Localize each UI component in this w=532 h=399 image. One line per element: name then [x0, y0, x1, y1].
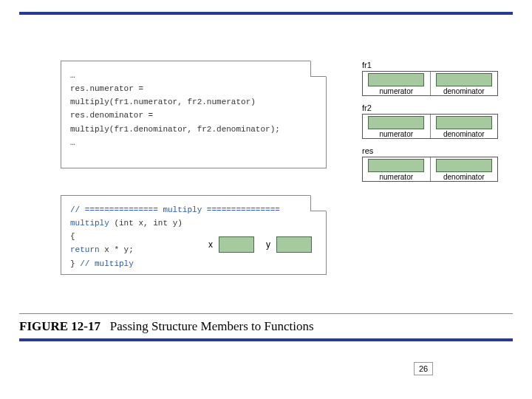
field-label: denominator [443, 173, 485, 181]
code-line: … [70, 136, 317, 149]
var-label: y [266, 239, 270, 250]
code-keyword: multiply [163, 205, 202, 214]
code-line: multiply (int x, int y) [70, 216, 317, 230]
code-line: res.numerator = [70, 82, 317, 95]
var-y: y [266, 236, 312, 253]
field-box [436, 159, 492, 172]
struct-label: fr2 [362, 103, 498, 112]
code-line: … [70, 69, 317, 82]
code-line: multiply(fr1.denominator, fr2.denominato… [70, 123, 317, 136]
code-text: } [70, 259, 80, 268]
struct-label: res [362, 146, 498, 155]
field-box [436, 116, 492, 129]
struct-label: fr1 [362, 61, 498, 69]
figure-title: Passing Structure Members to Functions [110, 319, 314, 333]
page-number: 26 [414, 362, 433, 375]
field-box [368, 159, 424, 172]
struct-cell: numerator [363, 115, 431, 138]
field-label: numerator [379, 87, 413, 95]
field-label: numerator [379, 130, 413, 138]
field-label: numerator [379, 173, 413, 181]
code-line: } // multiply [70, 257, 317, 270]
field-box [368, 116, 424, 129]
struct-res: res numerator denominator [362, 146, 498, 182]
code-keyword: return [70, 245, 100, 254]
var-x: x [208, 236, 254, 253]
rule-thin [19, 313, 513, 314]
figure-caption: FIGURE 12-17 Passing Structure Members t… [19, 319, 314, 334]
code-line: res.denominator = [70, 109, 317, 122]
struct-row: numerator denominator [362, 114, 498, 139]
struct-cell: denominator [431, 115, 498, 138]
field-label: denominator [443, 130, 485, 138]
struct-cell: denominator [431, 72, 498, 95]
code-panel-caller: … res.numerator = multiply(fr1.numerator… [61, 61, 327, 168]
code-text: (int x, int y) [109, 219, 183, 228]
field-box [368, 73, 424, 86]
dogear-icon [310, 61, 327, 77]
code-comment: // multiply [80, 259, 134, 268]
struct-cell: numerator [363, 157, 431, 181]
struct-row: numerator denominator [362, 71, 498, 96]
var-box [219, 236, 254, 253]
var-label: x [208, 239, 213, 250]
code-comment: // =============== [70, 205, 163, 214]
code-comment: =============== [202, 205, 280, 214]
field-label: denominator [443, 87, 485, 95]
code-line: multiply(fr1.numerator, fr2.numerator) [70, 95, 317, 109]
var-box [276, 236, 312, 253]
struct-fr1: fr1 numerator denominator [362, 61, 498, 96]
figure-number: FIGURE 12-17 [19, 319, 100, 333]
code-keyword: multiply [70, 219, 109, 228]
struct-cell: denominator [431, 157, 498, 181]
struct-row: numerator denominator [362, 157, 498, 182]
struct-cell: numerator [363, 72, 431, 95]
code-panel-multiply: // =============== multiply ============… [61, 195, 327, 275]
dogear-icon [310, 195, 327, 211]
rule-bottom [19, 338, 513, 341]
code-text: x * y; [100, 245, 134, 254]
field-box [436, 73, 492, 86]
rule-top [19, 12, 513, 15]
code-line: // =============== multiply ============… [70, 203, 317, 216]
struct-fr2: fr2 numerator denominator [362, 103, 498, 139]
